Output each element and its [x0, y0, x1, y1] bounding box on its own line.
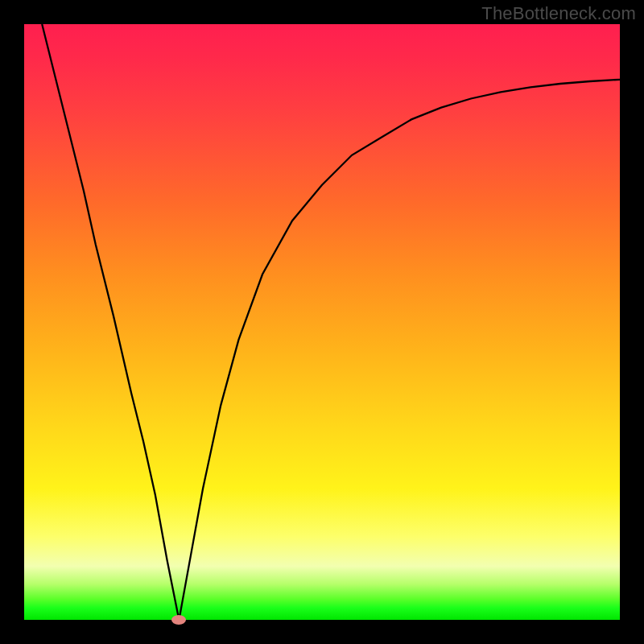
watermark-text: TheBottleneck.com — [481, 3, 636, 24]
chart-frame: TheBottleneck.com — [0, 0, 644, 644]
bottleneck-curve — [24, 24, 620, 620]
plot-area — [24, 24, 620, 620]
minimum-marker — [171, 615, 186, 625]
